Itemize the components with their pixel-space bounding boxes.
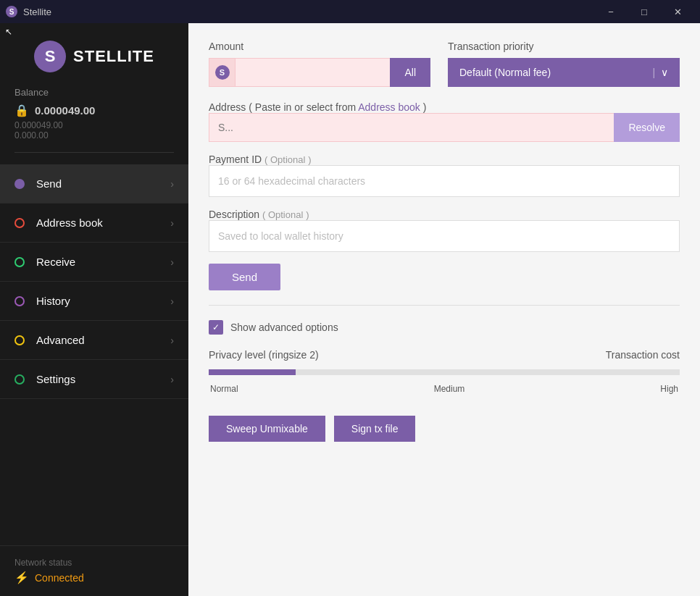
sidebar-logo: S STELLITE [34,41,154,72]
minimize-button[interactable]: − [594,0,628,23]
sign-tx-file-button[interactable]: Sign tx file [334,416,416,442]
sidebar-item-send-label: Send [36,177,62,190]
receive-dot-icon [14,257,25,267]
back-arrow-button[interactable]: ↖ [0,23,17,41]
balance-amount: 0.000049.00 [35,104,95,117]
sidebar-item-settings-label: Settings [36,373,75,385]
priority-group: Transaction priority Default (Normal fee… [448,41,680,87]
send-button-row: Send [209,264,680,290]
payment-id-input[interactable] [209,165,680,197]
address-label: Address ( Paste in or select from Addres… [209,101,680,113]
advanced-checkbox[interactable]: ✓ [209,320,223,335]
resolve-button[interactable]: Resolve [614,113,680,142]
sidebar-item-receive[interactable]: Receive › [0,243,188,282]
all-button[interactable]: All [390,58,430,87]
sidebar-item-send[interactable]: Send › [0,164,188,203]
privacy-level-label: Privacy level (ringsize 2) [209,349,319,361]
advanced-options-label: Show advanced options [230,322,338,333]
titlebar-left: S Stellite [6,6,51,17]
privacy-header: Privacy level (ringsize 2) Transaction c… [209,349,680,361]
titlebar: S Stellite − □ ✕ [0,0,700,23]
sidebar-item-advanced-label: Advanced [36,334,85,346]
amount-label: Amount [209,41,430,52]
network-connected-text: Connected [35,572,84,584]
network-status: Network status ⚡ Connected [0,545,188,596]
receive-chevron-icon: › [170,256,174,268]
network-status-label: Network status [14,558,174,568]
priority-value: Default (Normal fee) [459,67,551,78]
address-book-link[interactable]: Address book [358,101,420,113]
bottom-buttons: Sweep Unmixable Sign tx file [209,416,680,442]
main-content: Amount S All Transaction priority Defaul… [188,23,700,596]
send-chevron-icon: › [170,178,174,190]
maximize-button[interactable]: □ [628,0,661,23]
address-book-chevron-icon: › [170,217,174,229]
priority-select[interactable]: Default (Normal fee) | ∨ [448,58,680,87]
balance-sub1: 0.000049.00 [14,120,174,130]
amount-input[interactable] [235,58,390,87]
amount-icon: S [209,58,235,87]
sidebar-item-settings[interactable]: Settings › [0,360,188,399]
amount-input-row: S All [209,58,430,87]
sidebar-item-history[interactable]: History › [0,282,188,321]
balance-sub2: 0.000.00 [14,130,174,140]
transaction-cost-label: Transaction cost [606,349,680,361]
checkmark-icon: ✓ [212,322,220,332]
balance-row: 🔒 0.000049.00 [14,104,174,117]
back-arrow-icon: ↖ [5,27,12,37]
nav-section: Send › Address book › Receive › [0,164,188,545]
stellite-coin-icon: S [215,65,230,80]
address-book-dot-icon [14,218,25,228]
payment-id-group: Payment ID ( Optional ) [209,154,680,197]
stellite-logo-letter: S [45,47,56,66]
slider-track [209,369,680,375]
priority-label: Transaction priority [448,41,680,52]
stellite-logo-text: STELLITE [73,47,154,66]
description-input[interactable] [209,220,680,252]
amount-group: Amount S All [209,41,430,87]
amount-priority-row: Amount S All Transaction priority Defaul… [209,41,680,87]
app-logo-letter: S [9,8,14,16]
balance-label: Balance [14,87,174,98]
advanced-chevron-icon: › [170,335,174,346]
payment-id-label: Payment ID ( Optional ) [209,154,680,165]
close-button[interactable]: ✕ [661,0,694,23]
lock-icon: 🔒 [14,104,29,117]
stellite-logo-icon: S [34,41,66,72]
sidebar: ↖ S STELLITE Balance 🔒 0.000049.00 0.000… [0,23,188,596]
advanced-options-row[interactable]: ✓ Show advanced options [209,320,680,335]
description-label: Description ( Optional ) [209,209,680,220]
advanced-dot-icon [14,335,25,345]
window-controls: − □ ✕ [594,0,694,23]
settings-dot-icon [14,374,25,385]
send-button[interactable]: Send [209,264,280,290]
section-divider [209,305,680,306]
sidebar-header: S STELLITE Balance 🔒 0.000049.00 0.00004… [0,23,188,164]
history-chevron-icon: › [170,295,174,307]
app-title: Stellite [23,7,51,17]
sidebar-item-advanced[interactable]: Advanced › [0,321,188,360]
slider-fill [209,369,296,375]
network-value-row: ⚡ Connected [14,571,174,584]
sidebar-item-receive-label: Receive [36,256,75,268]
app-logo-icon: S [6,6,17,17]
send-dot-icon [14,179,25,189]
balance-section: Balance 🔒 0.000049.00 0.000049.00 0.000.… [14,87,174,153]
sidebar-item-address-book-label: Address book [36,217,103,229]
sidebar-item-address-book[interactable]: Address book › [0,203,188,243]
description-group: Description ( Optional ) [209,209,680,252]
sweep-unmixable-button[interactable]: Sweep Unmixable [209,416,325,442]
lightning-icon: ⚡ [14,571,29,584]
priority-divider: | [652,67,655,78]
history-dot-icon [14,296,25,306]
address-input-row: Resolve [209,113,680,142]
priority-chevron-icon: ∨ [661,67,668,78]
privacy-section: Privacy level (ringsize 2) Transaction c… [209,349,680,398]
address-group: Address ( Paste in or select from Addres… [209,101,680,142]
address-input[interactable] [209,113,614,142]
settings-chevron-icon: › [170,374,174,385]
sidebar-item-history-label: History [36,295,70,307]
